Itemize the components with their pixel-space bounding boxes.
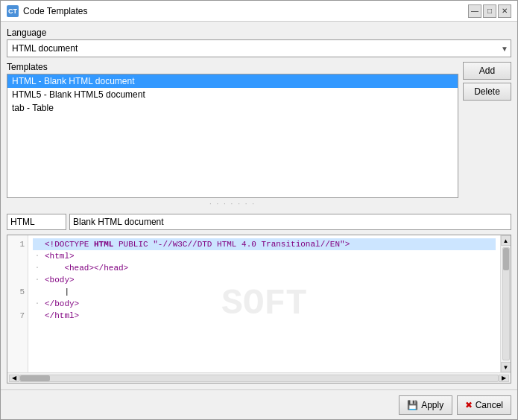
line-numbers: 157 (7, 235, 28, 372)
code-line: ·<body> (33, 274, 496, 286)
templates-section: Templates HTML - Blank HTML documentHTML… (7, 62, 511, 209)
list-item[interactable]: HTML5 - Blank HTML5 document (7, 88, 458, 101)
language-label: Language (7, 28, 511, 38)
scroll-y-track[interactable] (502, 247, 510, 360)
drag-handle: · · · · · · · (7, 198, 458, 209)
list-item[interactable]: tab - Table (7, 101, 458, 115)
cancel-button[interactable]: ✖ Cancel (457, 395, 511, 415)
scroll-up-button[interactable]: ▲ (501, 235, 511, 246)
cancel-label: Cancel (476, 400, 503, 410)
main-window: CT Code Templates — □ ✕ Language HTML do… (0, 0, 518, 420)
code-editor: 157 <!DOCTYPE HTML PUBLIC "-//W3C//DTD H… (7, 235, 511, 384)
code-line: · <head></head> (33, 262, 496, 274)
footer: 💾 Apply ✖ Cancel (1, 389, 517, 419)
maximize-button[interactable]: □ (483, 4, 496, 18)
language-dropdown-wrapper: HTML documentCSSJavaScriptPHPPython ▼ (7, 39, 511, 57)
code-line: </html> (33, 310, 496, 322)
apply-icon: 💾 (407, 400, 418, 410)
window-icon: CT (7, 5, 19, 17)
cancel-icon: ✖ (465, 400, 473, 410)
title-bar-controls: — □ ✕ (468, 4, 511, 18)
add-button[interactable]: Add (463, 62, 511, 80)
templates-listbox[interactable]: HTML - Blank HTML documentHTML5 - Blank … (7, 74, 458, 198)
code-line: <!DOCTYPE HTML PUBLIC "-//W3C//DTD HTML … (33, 238, 496, 250)
templates-buttons: Add Delete (463, 62, 511, 209)
scroll-x-thumb[interactable] (20, 375, 50, 381)
list-item[interactable]: HTML - Blank HTML document (7, 74, 458, 88)
templates-list-wrapper: Templates HTML - Blank HTML documentHTML… (7, 62, 458, 209)
language-section: Language HTML documentCSSJavaScriptPHPPy… (7, 28, 511, 57)
code-lines[interactable]: <!DOCTYPE HTML PUBLIC "-//W3C//DTD HTML … (28, 235, 500, 372)
title-bar: CT Code Templates — □ ✕ (1, 1, 517, 22)
minimize-button[interactable]: — (468, 4, 481, 18)
scroll-left-button[interactable]: ◀ (9, 375, 19, 382)
code-line: ·</body> (33, 298, 496, 310)
template-desc-input[interactable] (69, 214, 511, 230)
window-title: Code Templates (23, 6, 88, 16)
scroll-right-button[interactable]: ▶ (499, 375, 509, 382)
code-line: | (33, 286, 496, 298)
scroll-y-thumb[interactable] (503, 248, 509, 270)
close-button[interactable]: ✕ (498, 4, 511, 18)
scroll-x-track[interactable] (19, 375, 499, 382)
editor-scrollbar-x[interactable]: ◀ ▶ (7, 372, 511, 383)
code-line: ·<html> (33, 250, 496, 262)
apply-label: Apply (421, 400, 443, 410)
main-content: Language HTML documentCSSJavaScriptPHPPy… (1, 22, 517, 389)
apply-button[interactable]: 💾 Apply (399, 395, 452, 415)
templates-label: Templates (7, 62, 458, 72)
delete-button[interactable]: Delete (463, 83, 511, 101)
editor-scrollbar-y[interactable]: ▲ ▼ (500, 235, 511, 372)
code-content: 157 <!DOCTYPE HTML PUBLIC "-//W3C//DTD H… (7, 235, 511, 372)
title-bar-left: CT Code Templates (7, 5, 88, 17)
template-name-input[interactable] (7, 214, 66, 230)
scroll-down-button[interactable]: ▼ (501, 362, 511, 372)
language-dropdown[interactable]: HTML documentCSSJavaScriptPHPPython (7, 39, 511, 57)
name-desc-row (7, 214, 511, 230)
